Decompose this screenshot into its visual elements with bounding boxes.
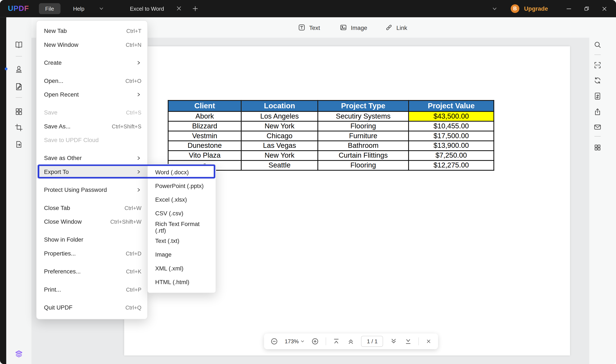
table-cell[interactable]: $12,275.00 bbox=[409, 160, 494, 170]
file-menu-item-export-to[interactable]: Export To bbox=[37, 165, 147, 178]
upgrade-button[interactable]: Upgrade bbox=[524, 0, 548, 17]
share-icon[interactable] bbox=[593, 107, 602, 116]
export-pdf-icon[interactable] bbox=[14, 140, 23, 149]
next-page-icon[interactable] bbox=[390, 338, 398, 345]
table-cell[interactable]: Las Vegas bbox=[241, 141, 318, 151]
export-submenu-item-excel-xlsx[interactable]: Excel (.xlsx) bbox=[148, 193, 216, 206]
page-indicator[interactable]: 1 / 1 bbox=[361, 336, 383, 347]
table-cell[interactable]: $10,455.00 bbox=[409, 121, 494, 131]
window-dropdown-chevron-icon[interactable] bbox=[492, 6, 497, 11]
table-cell[interactable]: Dunestone bbox=[168, 141, 241, 151]
menu-item-label: Open... bbox=[44, 77, 63, 84]
scroll-to-top-icon[interactable] bbox=[332, 338, 340, 345]
file-menu-item-open[interactable]: Open...Ctrl+O bbox=[37, 74, 147, 87]
add-image-button[interactable]: Image bbox=[340, 17, 367, 38]
scroll-to-bottom-icon[interactable] bbox=[404, 338, 412, 345]
tab-list-chevron-icon[interactable] bbox=[99, 6, 104, 11]
new-tab-button[interactable] bbox=[192, 5, 199, 12]
export-submenu-item-text-txt[interactable]: Text (.txt) bbox=[148, 234, 216, 247]
tab-close-icon[interactable] bbox=[177, 6, 182, 11]
table-cell[interactable]: Vito Plaza bbox=[168, 151, 241, 160]
table-cell[interactable]: Bathroom bbox=[318, 141, 409, 151]
table-cell[interactable]: $7,250.00 bbox=[409, 151, 494, 160]
search-icon[interactable] bbox=[593, 40, 602, 49]
add-link-button[interactable]: Link bbox=[385, 17, 407, 38]
table-cell[interactable]: Chicago bbox=[241, 131, 318, 141]
table-header-project-type[interactable]: Project Type bbox=[318, 100, 409, 111]
edit-pdf-icon[interactable] bbox=[14, 82, 23, 91]
file-menu-item-save-as-other[interactable]: Save as Other bbox=[37, 151, 147, 165]
table-cell[interactable]: Abork bbox=[168, 112, 241, 121]
table-cell[interactable]: Seattle bbox=[241, 160, 318, 170]
table-header-location[interactable]: Location bbox=[241, 100, 318, 111]
zoom-level-control[interactable]: 173% bbox=[285, 338, 305, 344]
file-menu-item-show-in-folder[interactable]: Show in Folder bbox=[37, 233, 147, 246]
toolbar-close-icon[interactable] bbox=[425, 338, 432, 344]
file-menu-item-new-tab[interactable]: New TabCtrl+T bbox=[37, 24, 147, 38]
file-menu-item-protect-using-password[interactable]: Protect Using Password bbox=[37, 183, 147, 196]
previous-page-icon[interactable] bbox=[347, 338, 355, 345]
file-menu-item-create[interactable]: Create bbox=[37, 56, 147, 69]
export-submenu-item-html-html[interactable]: HTML (.html) bbox=[148, 275, 216, 289]
menu-item-shortcut: Ctrl+D bbox=[126, 250, 142, 256]
file-menu-item-close-tab[interactable]: Close TabCtrl+W bbox=[37, 201, 147, 214]
file-menu-item-save-as[interactable]: Save As...Ctrl+Shift+S bbox=[37, 119, 147, 133]
reader-mode-icon[interactable] bbox=[14, 40, 23, 49]
file-menu-item-open-recent[interactable]: Open Recent bbox=[37, 88, 147, 101]
table-cell[interactable]: Secutiry Systems bbox=[318, 112, 409, 121]
file-menu-item-preferences[interactable]: Preferences...Ctrl+K bbox=[37, 264, 147, 278]
export-submenu-item-image[interactable]: Image bbox=[148, 247, 216, 261]
table-cell[interactable]: New York bbox=[241, 151, 318, 160]
menu-item-label: Save as Other bbox=[44, 155, 82, 161]
grid-capture-icon[interactable] bbox=[593, 143, 602, 152]
table-cell[interactable]: Flooring bbox=[318, 121, 409, 131]
table-cell[interactable]: Blizzard bbox=[168, 121, 241, 131]
menu-item-label: CSV (.csv) bbox=[155, 210, 183, 217]
file-menu-item-quit-updf[interactable]: Quit UPDFCtrl+Q bbox=[37, 300, 147, 314]
organize-pages-icon[interactable] bbox=[14, 107, 23, 116]
file-menu-item-properties[interactable]: Properties...Ctrl+D bbox=[37, 246, 147, 260]
email-icon[interactable] bbox=[593, 123, 602, 131]
account-avatar[interactable]: B bbox=[511, 4, 519, 13]
file-menu-item-close-window[interactable]: Close WindowCtrl+Shift+W bbox=[37, 215, 147, 228]
layers-icon[interactable] bbox=[14, 350, 23, 358]
table-cell[interactable]: Furniture bbox=[318, 131, 409, 141]
convert-page-icon[interactable] bbox=[593, 92, 602, 100]
toolbar-divider bbox=[419, 338, 419, 345]
table-cell[interactable]: Vestmin bbox=[168, 131, 241, 141]
document-tab[interactable]: Excel to Word bbox=[110, 0, 184, 17]
ocr-icon[interactable]: OCR bbox=[593, 61, 602, 69]
file-menu-button[interactable]: File bbox=[39, 3, 60, 14]
export-submenu-item-rich-text-format-rtf[interactable]: Rich Text Format (.rtf) bbox=[148, 220, 216, 234]
table-cell[interactable]: $13,900.00 bbox=[409, 141, 494, 151]
table-row: BlizzardNew YorkFlooring$10,455.00 bbox=[168, 121, 494, 131]
table-cell[interactable]: New York bbox=[241, 121, 318, 131]
crop-pages-icon[interactable] bbox=[14, 123, 23, 132]
close-button[interactable] bbox=[597, 2, 611, 15]
zoom-out-icon[interactable] bbox=[270, 338, 278, 345]
menu-item-label: Save to UPDF Cloud bbox=[44, 136, 99, 143]
add-text-button[interactable]: Text bbox=[298, 17, 320, 38]
table-cell[interactable]: Los Angeles bbox=[241, 112, 318, 121]
comment-stamp-icon[interactable] bbox=[14, 65, 23, 74]
zoom-in-icon[interactable] bbox=[311, 338, 319, 345]
minimize-button[interactable] bbox=[562, 2, 576, 15]
export-submenu-item-word-docx[interactable]: Word (.docx) bbox=[148, 165, 216, 179]
export-submenu-item-csv-csv[interactable]: CSV (.csv) bbox=[148, 206, 216, 220]
table-header-project-value[interactable]: Project Value bbox=[409, 100, 494, 111]
file-menu: New TabCtrl+TNew WindowCtrl+NCreateOpen.… bbox=[36, 21, 148, 320]
table-cell[interactable]: $17,500.00 bbox=[409, 131, 494, 141]
table-header-client[interactable]: Client bbox=[168, 100, 241, 111]
menu-item-label: Close Window bbox=[44, 218, 82, 225]
export-submenu-item-powerpoint-pptx[interactable]: PowerPoint (.pptx) bbox=[148, 179, 216, 193]
table-cell[interactable]: $43,500.00 bbox=[409, 112, 494, 121]
maximize-button[interactable] bbox=[579, 2, 594, 15]
table-cell[interactable]: Curtain Flittings bbox=[318, 151, 409, 160]
file-menu-item-print[interactable]: Print...Ctrl+P bbox=[37, 282, 147, 296]
file-menu-item-new-window[interactable]: New WindowCtrl+N bbox=[37, 38, 147, 51]
table-cell[interactable]: Flooring bbox=[318, 160, 409, 170]
export-submenu-item-xml-xml[interactable]: XML (.xml) bbox=[148, 261, 216, 275]
sync-icon[interactable] bbox=[593, 76, 602, 85]
help-menu-button[interactable]: Help bbox=[67, 3, 91, 14]
text-button-label: Text bbox=[309, 24, 320, 31]
